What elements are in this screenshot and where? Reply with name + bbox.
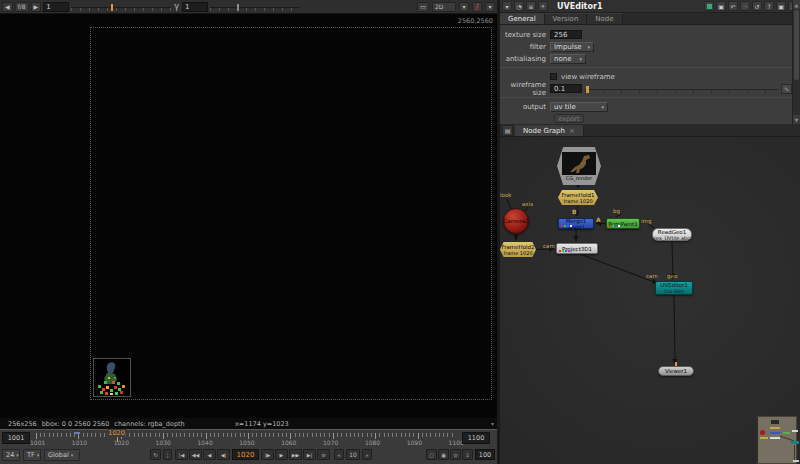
timeline-mode-dropdown[interactable]: TF▾	[23, 449, 41, 461]
node-project3d1[interactable]: Project3D1	[556, 243, 598, 254]
scroll-up-icon[interactable]: ▲	[793, 0, 800, 9]
status-cursor-position: x=1174 y=1023	[235, 420, 289, 428]
step-back-button[interactable]: ◀|	[217, 449, 230, 460]
node-merge1[interactable]: Merge1 (over)	[558, 218, 594, 229]
gamma-input[interactable]: 1	[182, 2, 208, 12]
export-button[interactable]: export	[554, 114, 584, 123]
tab-version[interactable]: Version	[545, 13, 588, 24]
animation-curve-icon[interactable]: ∿	[781, 84, 792, 94]
scrollbar-thumb[interactable]	[794, 10, 799, 80]
minimap-node	[792, 430, 798, 432]
antialiasing-dropdown[interactable]: none ▾	[550, 54, 586, 64]
range-end-input[interactable]: 1100	[462, 432, 490, 444]
node-camera2[interactable]: Camera2	[503, 208, 529, 234]
view-mode-dropdown[interactable]: 2D	[432, 2, 456, 12]
node-framehold1[interactable]: FrameHold1 frame 1020	[558, 190, 598, 205]
step-forward-button[interactable]: |▶	[261, 449, 274, 460]
node-connections	[500, 137, 800, 464]
viewer-toolbar: ◀ f/8 ▶ 1 γ 1 ▭ 2D ▾ ∕ ▾	[0, 0, 497, 14]
revert-icon[interactable]: ↺	[752, 1, 762, 11]
node-cg-render[interactable]: CG_render	[557, 147, 601, 185]
node-viewer1[interactable]: Viewer1	[658, 366, 694, 376]
update-mode-dropdown[interactable]: ▾	[485, 2, 495, 12]
previous-keyframe-button[interactable]: ◀◀	[189, 449, 202, 460]
flipbook-range-icon[interactable]: ▣	[438, 449, 449, 460]
play-backward-button[interactable]: ◀	[203, 449, 216, 460]
show-curves-icon[interactable]: ▣	[716, 1, 726, 11]
flipbook-icon[interactable]: ▢	[426, 449, 437, 460]
gain-increase-button[interactable]: ▶	[31, 2, 42, 12]
stop-button[interactable]: ⊘	[317, 449, 330, 460]
viewer-viewport[interactable]: 2560,2560	[0, 14, 497, 418]
render-icon[interactable]: ⇩	[462, 449, 473, 460]
filter-dropdown[interactable]: Impulse ▾	[550, 42, 594, 52]
redo-icon[interactable]: ↷	[740, 1, 750, 11]
tab-general[interactable]: General	[500, 13, 545, 24]
decrement-frame-button[interactable]: «	[334, 449, 344, 460]
nodegraph-canvas[interactable]: look axis bg B A cam img cam geo CG_rend…	[500, 137, 800, 464]
lock-range-icon[interactable]: ⊙	[450, 449, 461, 460]
next-keyframe-button[interactable]: ▶▶	[289, 449, 302, 460]
connection-label-bg: bg	[613, 208, 620, 214]
goto-end-button[interactable]: ▶|	[303, 449, 316, 460]
fstop-mode-button[interactable]: f/8	[15, 2, 29, 12]
roi-icon[interactable]: ▭	[417, 2, 429, 12]
connection-label-geo: geo	[667, 273, 677, 279]
loop-mode-button[interactable]: ↻	[150, 449, 161, 460]
bounce-mode-button[interactable]: ¦	[163, 449, 172, 460]
gamma-slider-thumb[interactable]	[237, 4, 239, 11]
view-wireframe-checkbox[interactable]	[550, 73, 557, 80]
ruler-tick-label: 1010	[72, 439, 87, 446]
gain-slider[interactable]	[71, 3, 171, 11]
tab-node[interactable]: Node	[587, 13, 622, 24]
node-enable-indicator[interactable]	[704, 1, 714, 11]
play-forward-button[interactable]: ▶	[275, 449, 288, 460]
playback-speed-input[interactable]: 100	[475, 449, 495, 460]
panel-menu-icon[interactable]: ▤	[502, 125, 513, 136]
timeline-ruler[interactable]: 1001101010201030104010501060107010801090…	[36, 432, 456, 448]
pause-updates-icon[interactable]: ∕	[472, 2, 482, 12]
range-start-input[interactable]: 1001	[2, 432, 30, 444]
slider-thumb[interactable]	[586, 86, 589, 93]
pick-node-icon[interactable]: ⌖	[538, 1, 548, 11]
undo-icon[interactable]: ↶	[728, 1, 738, 11]
output-label: output	[500, 103, 550, 111]
gain-input[interactable]: 1	[43, 2, 69, 12]
output-dropdown[interactable]: uv tile ▾	[550, 102, 608, 112]
current-frame-input[interactable]: 1020	[232, 449, 259, 460]
channels-icon[interactable]: ≡	[526, 1, 536, 11]
center-node-icon[interactable]: ◔	[514, 1, 524, 11]
float-panel-icon[interactable]: ▣	[776, 1, 786, 11]
fps-dropdown[interactable]: 24▾	[2, 449, 20, 461]
properties-scrollbar[interactable]: ▲ ▼	[792, 0, 800, 124]
tab-close-icon[interactable]: ×	[569, 127, 575, 135]
wireframe-size-slider[interactable]	[585, 85, 778, 93]
nodegraph-panel: ▤ Node Graph ×	[500, 124, 800, 464]
goto-start-button[interactable]: |◀	[175, 449, 188, 460]
minimap-node	[760, 430, 765, 435]
frame-range-dropdown[interactable]: Global▾	[44, 449, 80, 461]
node-rotopaint1[interactable]: RotoPaint1	[606, 218, 640, 229]
connection-label-a: A	[596, 216, 601, 223]
increment-frame-button[interactable]: »	[362, 449, 372, 460]
node-readgeo1[interactable]: ReadGeo1 rex_UVtile.abc	[652, 228, 692, 241]
gain-decrease-button[interactable]: ◀	[2, 2, 13, 12]
view-mode-arrow-button[interactable]: ▾	[459, 2, 469, 12]
texture-size-input[interactable]: 256	[550, 30, 582, 39]
wireframe-size-input[interactable]: 0.1	[550, 84, 582, 93]
status-bbox: bbox: 0 0 2560 2560	[42, 420, 110, 428]
dropdown-arrow-icon: ▾	[71, 452, 74, 458]
dropdown-arrow-icon: ▾	[601, 104, 604, 110]
gamma-slider[interactable]	[210, 3, 300, 11]
nodegraph-minimap[interactable]	[756, 416, 797, 464]
node-framehold2[interactable]: FrameHold2 frame 1020	[500, 242, 536, 257]
node-menu-icon[interactable]: ▾	[502, 1, 512, 11]
connection-label-look: look	[500, 192, 511, 198]
viewer-statusbar: 256x256 bbox: 0 0 2560 2560 channels: rg…	[0, 418, 497, 429]
scroll-down-icon[interactable]: ▼	[793, 115, 800, 124]
frame-increment-input[interactable]: 10	[346, 449, 360, 460]
gain-slider-thumb[interactable]	[111, 4, 113, 11]
tab-node-graph[interactable]: Node Graph ×	[515, 125, 584, 136]
help-icon[interactable]: ?	[764, 1, 774, 11]
node-uveditor1[interactable]: UVEditor1 (uv tile)	[655, 281, 693, 295]
